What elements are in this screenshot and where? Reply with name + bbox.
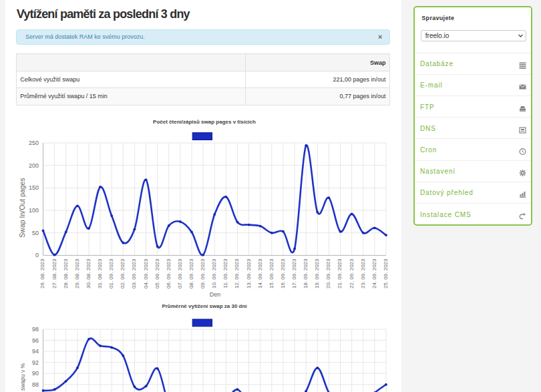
svg-text:22. 09. 2023: 22. 09. 2023 [349, 258, 355, 288]
svg-text:0: 0 [35, 252, 39, 258]
svg-text:88: 88 [32, 381, 39, 388]
svg-text:Swap In/Out pages: Swap In/Out pages [18, 178, 26, 237]
svg-text:200: 200 [29, 162, 39, 169]
svg-text:Počet čtení/zápisů swap pages: Počet čtení/zápisů swap pages v tisících [153, 119, 256, 125]
svg-text:Den: Den [210, 291, 221, 298]
svg-text:14. 09. 2023: 14. 09. 2023 [257, 258, 263, 288]
svg-text:05. 09. 2023: 05. 09. 2023 [154, 258, 160, 288]
svg-text:23. 09. 2023: 23. 09. 2023 [360, 258, 366, 288]
svg-text:30. 08. 2023: 30. 08. 2023 [85, 258, 92, 288]
svg-text:17. 09. 2023: 17. 09. 2023 [291, 258, 297, 288]
svg-text:90: 90 [32, 370, 39, 377]
svg-text:150: 150 [29, 184, 39, 191]
svg-text:27. 08. 2023: 27. 08. 2023 [51, 258, 57, 288]
svg-text:26. 08. 2023: 26. 08. 2023 [39, 258, 45, 288]
svg-text:16. 09. 2023: 16. 09. 2023 [280, 258, 286, 288]
svg-text:100: 100 [29, 207, 39, 214]
svg-text:29. 08. 2023: 29. 08. 2023 [74, 258, 80, 288]
svg-text:25. 09. 2023: 25. 09. 2023 [383, 258, 389, 288]
svg-text:20. 09. 2023: 20. 09. 2023 [325, 258, 331, 288]
svg-text:250: 250 [29, 140, 39, 146]
svg-text:10. 09. 2023: 10. 09. 2023 [211, 258, 217, 288]
svg-text:01. 09. 2023: 01. 09. 2023 [108, 258, 114, 288]
svg-text:02. 09. 2023: 02. 09. 2023 [120, 258, 126, 288]
svg-text:swapu v %: swapu v % [19, 363, 26, 391]
svg-text:92: 92 [32, 359, 39, 366]
svg-text:08. 09. 2023: 08. 09. 2023 [188, 258, 194, 288]
svg-text:18. 09. 2023: 18. 09. 2023 [303, 258, 309, 288]
svg-text:04. 09. 2023: 04. 09. 2023 [143, 258, 149, 288]
svg-text:11. 09. 2023: 11. 09. 2023 [222, 258, 228, 288]
svg-text:96: 96 [32, 337, 39, 344]
svg-text:24. 09. 2023: 24. 09. 2023 [371, 258, 377, 288]
svg-text:31. 08. 2023: 31. 08. 2023 [97, 258, 103, 288]
svg-text:19. 09. 2023: 19. 09. 2023 [314, 258, 320, 288]
svg-text:28. 08. 2023: 28. 08. 2023 [63, 258, 69, 288]
svg-text:06. 09. 2023: 06. 09. 2023 [166, 258, 172, 288]
svg-text:13. 09. 2023: 13. 09. 2023 [246, 258, 252, 288]
svg-text:09. 09. 2023: 09. 09. 2023 [200, 258, 206, 288]
svg-text:07. 09. 2023: 07. 09. 2023 [177, 258, 183, 288]
svg-text:50: 50 [32, 230, 39, 236]
svg-text:Průměrně vytížení swap za 30 d: Průměrně vytížení swap za 30 dní [162, 303, 247, 309]
svg-text:15. 09. 2023: 15. 09. 2023 [268, 258, 275, 288]
svg-text:98: 98 [32, 326, 39, 333]
svg-text:12. 09. 2023: 12. 09. 2023 [234, 258, 240, 288]
svg-text:21. 09. 2023: 21. 09. 2023 [337, 258, 343, 288]
svg-text:03. 09. 2023: 03. 09. 2023 [131, 258, 137, 288]
svg-text:94: 94 [32, 348, 39, 355]
